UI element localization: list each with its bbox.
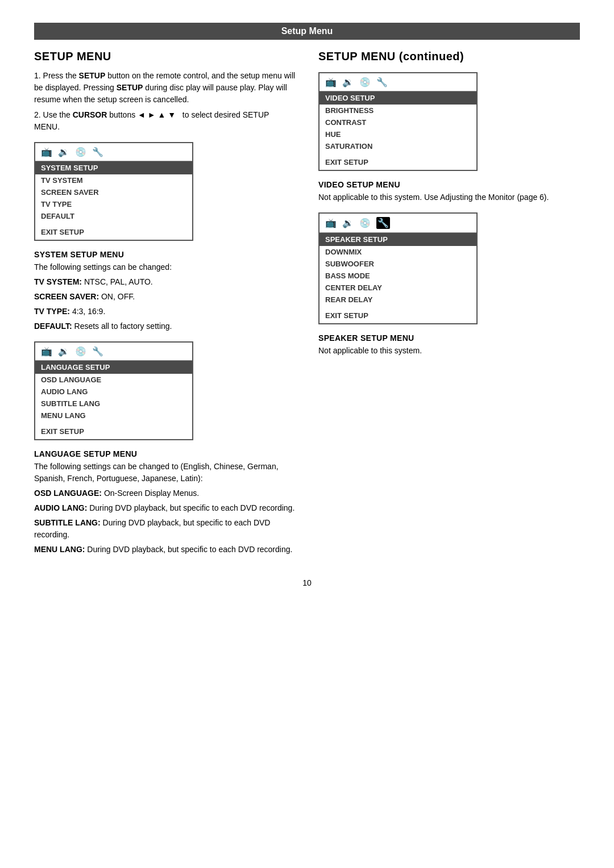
setup-menu-title: SETUP MENU <box>34 50 296 63</box>
system-osd-item-1: SCREEN SAVER <box>35 186 192 198</box>
intro-para-1: 1. Press the SETUP button on the remote … <box>34 70 296 106</box>
video-icon-setup: 🔧 <box>376 77 388 87</box>
language-osd-item-0: OSD LANGUAGE <box>35 374 192 386</box>
cursor-bold: CURSOR <box>73 110 107 119</box>
speaker-osd-box: 📺 🔉 💿 🔧 SPEAKER SETUP DOWNMIX SUBWOOFER … <box>318 212 478 324</box>
intro-para-2: 2. Use the CURSOR buttons ◄ ► ▲ ▼ to sel… <box>34 109 296 133</box>
page-number-value: 10 <box>302 578 312 587</box>
speaker-menu-title: SPEAKER SETUP MENU <box>318 333 580 343</box>
system-osd-exit: EXIT SETUP <box>35 224 192 240</box>
video-osd-active-label: VIDEO SETUP <box>320 91 476 105</box>
system-menu-desc: The following settings can be changed: <box>34 261 296 273</box>
language-icon-audio: 🔉 <box>58 346 69 357</box>
setup-bold-2: SETUP <box>117 83 143 92</box>
speaker-menu-body: Not applicable to this system. <box>318 345 580 357</box>
left-column: SETUP MENU 1. Press the SETUP button on … <box>34 50 296 561</box>
video-icon-audio: 🔉 <box>342 77 354 87</box>
video-menu-title: VIDEO SETUP MENU <box>318 180 580 189</box>
system-icon-tv: 📺 <box>41 147 52 157</box>
language-osd-box: 📺 🔉 💿 🔧 LANGUAGE SETUP OSD LANGUAGE AUDI… <box>34 341 193 440</box>
language-osd-active-label: LANGUAGE SETUP <box>35 361 192 374</box>
language-osd-item-2: SUBTITLE LANG <box>35 398 192 410</box>
speaker-osd-item-3: CENTER DELAY <box>320 282 476 294</box>
system-osd-active-label: SYSTEM SETUP <box>35 161 192 174</box>
video-osd-item-3: SATURATION <box>320 140 476 152</box>
system-menu-body: The following settings can be changed: T… <box>34 261 296 332</box>
system-icon-setup: 🔧 <box>92 147 103 157</box>
speaker-icon-setup: 🔧 <box>376 217 390 229</box>
video-menu-body: Not applicable to this system. Use Adjus… <box>318 191 580 203</box>
video-osd-icons-row: 📺 🔉 💿 🔧 <box>320 73 476 91</box>
main-content: SETUP MENU 1. Press the SETUP button on … <box>34 50 580 561</box>
video-osd-item-0: BRIGHTNESS <box>320 105 476 116</box>
page-header: Setup Menu <box>34 23 580 40</box>
system-item-tv: TV SYSTEM: NTSC, PAL, AUTO. <box>34 276 296 288</box>
video-menu-desc: Not applicable to this system. Use Adjus… <box>318 191 580 203</box>
language-menu-desc: The following settings can be changed to… <box>34 461 296 485</box>
speaker-menu-desc: Not applicable to this system. <box>318 345 580 357</box>
setup-menu-intro: 1. Press the SETUP button on the remote … <box>34 70 296 133</box>
speaker-osd-item-2: BASS MODE <box>320 270 476 282</box>
speaker-osd-item-4: REAR DELAY <box>320 294 476 306</box>
language-menu-title: LANGUAGE SETUP MENU <box>34 449 296 458</box>
video-icon-tv: 📺 <box>325 77 337 87</box>
speaker-osd-item-0: DOWNMIX <box>320 246 476 258</box>
language-item-subtitle: SUBTITLE LANG: During DVD playback, but … <box>34 517 296 541</box>
speaker-osd-item-1: SUBWOOFER <box>320 258 476 270</box>
language-item-audio: AUDIO LANG: During DVD playback, but spe… <box>34 502 296 514</box>
language-icon-tv: 📺 <box>41 346 52 357</box>
language-item-osd: OSD LANGUAGE: On-Screen Display Menus. <box>34 487 296 499</box>
right-column: SETUP MENU (continued) 📺 🔉 💿 🔧 VIDEO SET… <box>318 50 580 561</box>
system-icon-disc: 💿 <box>75 147 86 157</box>
setup-bold-1: SETUP <box>79 71 106 80</box>
video-icon-disc: 💿 <box>359 77 371 87</box>
language-osd-item-1: AUDIO LANG <box>35 386 192 398</box>
language-osd-item-3: MENU LANG <box>35 410 192 422</box>
system-icon-audio: 🔉 <box>58 147 69 157</box>
system-osd-item-0: TV SYSTEM <box>35 174 192 186</box>
video-osd-item-1: CONTRAST <box>320 116 476 128</box>
language-icon-disc: 💿 <box>75 346 86 357</box>
system-item-tvtype: TV TYPE: 4:3, 16:9. <box>34 306 296 318</box>
page-number: 10 <box>34 578 580 587</box>
system-menu-title: SYSTEM SETUP MENU <box>34 250 296 259</box>
speaker-icon-tv: 📺 <box>325 218 337 228</box>
page-header-title: Setup Menu <box>281 26 333 36</box>
system-osd-box: 📺 🔉 💿 🔧 SYSTEM SETUP TV SYSTEM SCREEN SA… <box>34 142 193 241</box>
language-item-menu: MENU LANG: During DVD playback, but spec… <box>34 544 296 556</box>
video-osd-exit: EXIT SETUP <box>320 155 476 170</box>
setup-menu-continued-title: SETUP MENU (continued) <box>318 50 580 63</box>
speaker-icon-audio: 🔉 <box>342 218 354 228</box>
language-osd-exit: EXIT SETUP <box>35 424 192 439</box>
speaker-osd-active-label: SPEAKER SETUP <box>320 233 476 246</box>
system-osd-icons-row: 📺 🔉 💿 🔧 <box>35 143 192 161</box>
system-osd-item-2: TV TYPE <box>35 198 192 210</box>
video-osd-item-2: HUE <box>320 128 476 140</box>
language-menu-body: The following settings can be changed to… <box>34 461 296 556</box>
speaker-osd-exit: EXIT SETUP <box>320 308 476 323</box>
speaker-icon-disc: 💿 <box>359 218 371 228</box>
system-osd-item-3: DEFAULT <box>35 210 192 222</box>
system-item-default: DEFAULT: Resets all to factory setting. <box>34 320 296 332</box>
system-item-screensaver: SCREEN SAVER: ON, OFF. <box>34 291 296 303</box>
speaker-osd-icons-row: 📺 🔉 💿 🔧 <box>320 214 476 233</box>
video-osd-box: 📺 🔉 💿 🔧 VIDEO SETUP BRIGHTNESS CONTRAST … <box>318 72 478 171</box>
language-icon-setup: 🔧 <box>92 346 103 357</box>
language-osd-icons-row: 📺 🔉 💿 🔧 <box>35 343 192 361</box>
